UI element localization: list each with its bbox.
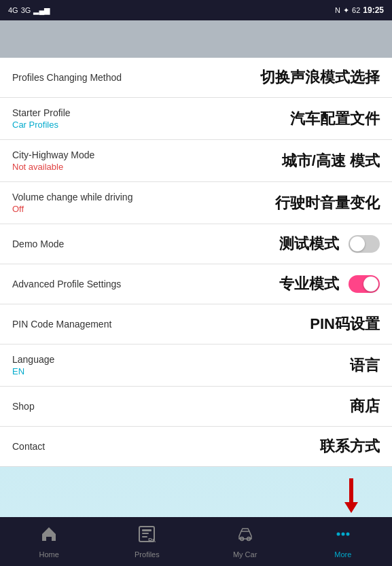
svg-rect-2 — [142, 533, 149, 534]
svg-point-8 — [341, 533, 344, 536]
svg-point-7 — [336, 533, 340, 536]
city-highway-chinese: 城市/高速 模式 — [282, 151, 380, 171]
city-highway-label: City-Highway Mode — [12, 149, 282, 160]
volume-driving-chinese: 行驶时音量变化 — [275, 193, 380, 213]
toggle-knob — [350, 236, 365, 251]
car-icon — [236, 525, 255, 548]
settings-item-left: City-Highway Mode Not available — [12, 149, 282, 172]
shop-label: Shop — [12, 401, 350, 412]
demo-mode-label: Demo Mode — [12, 238, 279, 249]
settings-item-right: 汽车配置文件 — [290, 109, 380, 129]
profiles-nav-label: Profiles — [135, 550, 160, 559]
contact-chinese: 联系方式 — [320, 436, 380, 457]
advanced-profile-chinese: 专业模式 — [279, 274, 339, 294]
svg-rect-3 — [142, 536, 147, 537]
volume-off-label: Off — [12, 204, 275, 214]
toggle-knob — [363, 277, 378, 291]
settings-item-left: Starter Profile Car Profiles — [12, 107, 290, 130]
demo-mode-toggle[interactable] — [349, 235, 380, 253]
bottom-nav: Home Pr. Profiles My Car — [0, 517, 392, 566]
settings-item-right: 城市/高速 模式 — [282, 151, 380, 171]
profiles-icon: Pr. — [137, 525, 156, 548]
signal-4g: 4G — [8, 6, 18, 14]
settings-item-volume-driving[interactable]: Volume change while driving Off 行驶时音量变化 — [0, 182, 392, 224]
settings-item-city-highway[interactable]: City-Highway Mode Not available 城市/高速 模式 — [0, 140, 392, 182]
settings-item-right: 切换声浪模式选择 — [260, 67, 380, 88]
settings-item-language[interactable]: Language EN 语言 — [0, 344, 392, 387]
shop-chinese: 商店 — [350, 396, 380, 417]
car-profiles-link[interactable]: Car Profiles — [12, 120, 290, 130]
nav-item-my-car[interactable]: My Car — [196, 525, 294, 559]
settings-list: Profiles Changing Method 切换声浪模式选择 Starte… — [0, 58, 392, 467]
top-banner — [0, 20, 392, 58]
settings-item-left: Demo Mode — [12, 238, 279, 249]
demo-mode-chinese: 测试模式 — [279, 234, 339, 254]
settings-item-right: 专业模式 — [279, 274, 380, 294]
advanced-profile-label: Advanced Profile Settings — [12, 279, 279, 289]
starter-profile-chinese: 汽车配置文件 — [290, 109, 380, 129]
battery-indicator: 62 — [352, 6, 360, 14]
status-bar: 4G 3G ▂▄▆ N ✦ 62 19:25 — [0, 0, 392, 20]
home-icon — [39, 525, 58, 548]
signal-bars: ▂▄▆ — [33, 6, 50, 15]
settings-item-right: 商店 — [350, 396, 380, 417]
volume-driving-label: Volume change while driving — [12, 192, 275, 202]
settings-item-demo-mode[interactable]: Demo Mode 测试模式 — [0, 224, 392, 264]
svg-rect-1 — [142, 529, 152, 531]
pin-code-label: PIN Code Management — [12, 319, 310, 330]
red-arrow-indicator — [344, 478, 358, 513]
signal-3g: 3G — [21, 6, 31, 14]
settings-item-left: Volume change while driving Off — [12, 192, 275, 214]
settings-item-contact[interactable]: Contact 联系方式 — [0, 427, 392, 467]
svg-point-9 — [346, 533, 349, 536]
nav-item-more[interactable]: More — [294, 525, 392, 559]
settings-item-right: PIN码设置 — [310, 314, 380, 334]
settings-item-right: 语言 — [350, 355, 380, 376]
settings-item-left: Advanced Profile Settings — [12, 279, 279, 289]
language-label: Language — [12, 354, 350, 365]
profiles-changing-chinese: 切换声浪模式选择 — [260, 67, 380, 88]
settings-item-pin-code[interactable]: PIN Code Management PIN码设置 — [0, 304, 392, 344]
nfc-icon: N — [335, 6, 340, 14]
settings-item-right: 行驶时音量变化 — [275, 193, 380, 213]
more-nav-label: More — [334, 550, 351, 559]
bluetooth-icon: ✦ — [343, 6, 349, 15]
profiles-changing-label: Profiles Changing Method — [12, 72, 260, 83]
my-car-nav-label: My Car — [233, 550, 257, 559]
settings-item-left: Profiles Changing Method — [12, 72, 260, 83]
settings-item-shop[interactable]: Shop 商店 — [0, 387, 392, 427]
settings-item-left: Contact — [12, 441, 320, 452]
advanced-profile-toggle[interactable] — [349, 275, 380, 293]
language-chinese: 语言 — [350, 355, 380, 376]
language-en-label: EN — [12, 366, 350, 376]
contact-label: Contact — [12, 441, 320, 452]
home-nav-label: Home — [39, 550, 58, 559]
settings-item-advanced-profile[interactable]: Advanced Profile Settings 专业模式 — [0, 264, 392, 304]
settings-item-left: PIN Code Management — [12, 319, 310, 330]
settings-item-right: 测试模式 — [279, 234, 380, 254]
time-display: 19:25 — [363, 5, 384, 15]
settings-item-left: Shop — [12, 401, 350, 412]
pin-code-chinese: PIN码设置 — [310, 314, 380, 334]
svg-text:Pr.: Pr. — [148, 537, 156, 544]
settings-item-profiles-changing[interactable]: Profiles Changing Method 切换声浪模式选择 — [0, 58, 392, 98]
nav-item-home[interactable]: Home — [0, 525, 98, 559]
settings-item-right: 联系方式 — [320, 436, 380, 457]
settings-item-starter-profile[interactable]: Starter Profile Car Profiles 汽车配置文件 — [0, 98, 392, 140]
status-right: N ✦ 62 19:25 — [335, 5, 384, 15]
more-icon — [334, 525, 353, 548]
settings-item-left: Language EN — [12, 354, 350, 376]
starter-profile-label: Starter Profile — [12, 107, 290, 118]
nav-item-profiles[interactable]: Pr. Profiles — [98, 525, 196, 559]
status-left: 4G 3G ▂▄▆ — [8, 6, 50, 15]
not-available-label: Not available — [12, 162, 282, 172]
